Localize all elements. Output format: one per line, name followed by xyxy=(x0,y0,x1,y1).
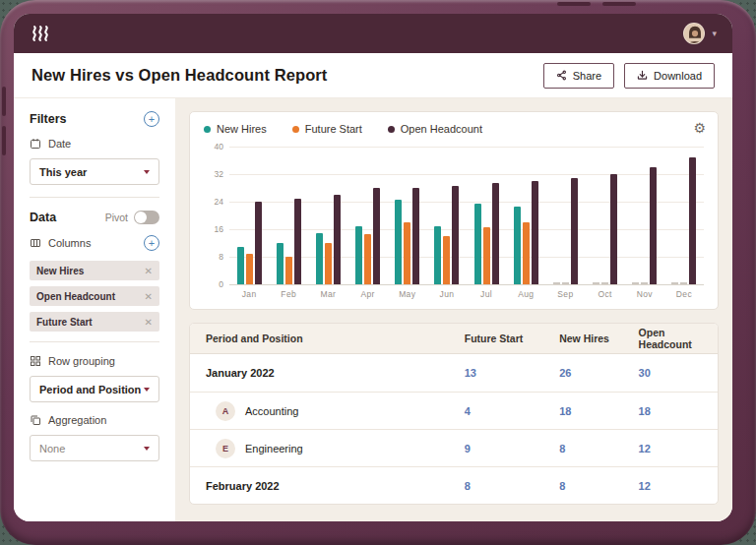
chart-x-axis-labels: JanFebMarAprMayJunJulAugSepOctNovDec xyxy=(229,289,704,299)
caret-down-icon xyxy=(144,388,150,392)
cell-link-future-start[interactable]: 13 xyxy=(465,367,559,379)
report-table: Period and Position Future Start New Hir… xyxy=(189,323,719,505)
column-tag: New Hires ✕ xyxy=(30,261,159,280)
aggregation-select[interactable]: None xyxy=(30,435,159,461)
cell-link-open-headcount[interactable]: 12 xyxy=(639,443,718,454)
x-axis-tick-label: Oct xyxy=(586,289,625,299)
month-bar-group xyxy=(586,147,625,284)
caret-down-icon xyxy=(144,447,150,451)
column-header: Open Headcount xyxy=(639,327,718,350)
legend-dot xyxy=(204,126,211,133)
y-axis-tick-label: 32 xyxy=(204,169,223,179)
bar-open-headcount xyxy=(650,167,657,284)
zero-value-stub xyxy=(553,282,560,284)
download-button[interactable]: Download xyxy=(624,63,715,89)
cell-link-new-hires[interactable]: 8 xyxy=(559,480,638,492)
report-main-area: New Hires Future Start Open Headcount ⚙ … xyxy=(175,98,732,521)
aggregation-label: Aggregation xyxy=(48,414,106,426)
cell-link-open-headcount[interactable]: 30 xyxy=(639,367,718,379)
bar-chart: 4032241680 xyxy=(229,147,704,284)
remove-tag-icon[interactable]: ✕ xyxy=(145,266,153,276)
table-header-row: Period and Position Future Start New Hir… xyxy=(190,324,718,354)
month-bar-group xyxy=(388,147,427,284)
month-bar-group xyxy=(664,147,704,284)
chart-settings-gear-icon[interactable]: ⚙ xyxy=(693,120,706,136)
sidebar-divider xyxy=(30,197,159,198)
tablet-button xyxy=(2,126,6,155)
zero-value-stub xyxy=(562,282,569,284)
cell-link-future-start[interactable]: 9 xyxy=(465,443,559,454)
bar-future-start xyxy=(246,254,253,285)
bar-new-hires xyxy=(474,204,481,284)
rippling-logo-icon[interactable] xyxy=(30,24,55,43)
legend-item[interactable]: Open Headcount xyxy=(388,123,482,135)
x-axis-tick-label: Dec xyxy=(664,289,704,299)
row-label: January 2022 xyxy=(190,367,465,379)
cell-link-open-headcount[interactable]: 12 xyxy=(639,480,718,492)
add-filter-button[interactable]: + xyxy=(144,111,159,127)
bar-new-hires xyxy=(277,243,284,284)
month-bar-group xyxy=(269,147,308,284)
bar-open-headcount xyxy=(294,199,301,285)
date-filter-select[interactable]: This year xyxy=(30,158,159,185)
month-bar-group xyxy=(506,147,545,284)
position-avatar: E xyxy=(216,439,235,458)
legend-label: New Hires xyxy=(217,123,267,135)
x-axis-tick-label: Jan xyxy=(229,289,269,299)
calendar-icon xyxy=(30,138,41,150)
legend-dot xyxy=(292,126,299,133)
column-tag-label: Future Start xyxy=(36,317,145,328)
column-header: New Hires xyxy=(559,333,638,344)
table-row: January 2022132630 xyxy=(190,354,718,392)
month-bar-group xyxy=(348,147,388,284)
bar-new-hires xyxy=(355,226,362,285)
page-header: New Hires vs Open Headcount Report Share… xyxy=(14,53,732,98)
legend-label: Open Headcount xyxy=(401,123,482,135)
columns-icon xyxy=(30,237,41,249)
bar-open-headcount xyxy=(532,181,538,284)
cell-link-future-start[interactable]: 4 xyxy=(465,405,559,417)
bar-open-headcount xyxy=(255,202,262,284)
y-axis-tick-label: 24 xyxy=(204,197,223,207)
cell-link-new-hires[interactable]: 18 xyxy=(559,405,638,417)
bar-future-start xyxy=(483,227,490,284)
sidebar-divider xyxy=(30,341,159,342)
user-avatar[interactable] xyxy=(683,23,705,44)
chart-card: New Hires Future Start Open Headcount ⚙ … xyxy=(189,111,719,310)
cell-link-new-hires[interactable]: 26 xyxy=(559,367,638,379)
aggregation-icon xyxy=(30,414,41,426)
bar-groups xyxy=(229,147,704,284)
legend-item[interactable]: New Hires xyxy=(204,123,267,135)
remove-tag-icon[interactable]: ✕ xyxy=(145,291,153,302)
row-grouping-select[interactable]: Period and Position xyxy=(30,376,159,402)
column-tag-label: Open Headcount xyxy=(36,291,145,302)
table-row: EEngineering9812 xyxy=(190,429,718,466)
bar-open-headcount xyxy=(610,174,617,284)
table-row: AAccounting41818 xyxy=(190,392,718,429)
cell-link-future-start[interactable]: 8 xyxy=(465,480,559,492)
pivot-label: Pivot xyxy=(105,212,128,223)
cell-link-new-hires[interactable]: 8 xyxy=(559,443,638,454)
row-label: AAccounting xyxy=(190,401,465,421)
column-tag-label: New Hires xyxy=(36,266,145,276)
share-button[interactable]: Share xyxy=(543,63,614,89)
app-screen: ▾ New Hires vs Open Headcount Report Sha… xyxy=(14,14,732,521)
bar-new-hires xyxy=(237,247,244,285)
zero-value-stub xyxy=(601,282,608,284)
month-bar-group xyxy=(625,147,664,284)
bar-open-headcount xyxy=(492,183,499,284)
remove-tag-icon[interactable]: ✕ xyxy=(145,317,153,328)
chevron-down-icon[interactable]: ▾ xyxy=(712,30,717,38)
row-grouping-label: Row grouping xyxy=(48,355,115,367)
add-column-button[interactable]: + xyxy=(144,235,159,251)
column-header: Period and Position xyxy=(190,333,465,344)
columns-label: Columns xyxy=(48,237,137,249)
pivot-toggle[interactable] xyxy=(134,211,159,224)
cell-link-open-headcount[interactable]: 18 xyxy=(639,405,718,417)
bar-future-start xyxy=(285,257,292,284)
legend-item[interactable]: Future Start xyxy=(292,123,362,135)
tablet-button xyxy=(602,2,636,6)
legend-label: Future Start xyxy=(305,123,362,135)
download-icon xyxy=(637,70,648,81)
chart-legend: New Hires Future Start Open Headcount xyxy=(204,123,704,135)
